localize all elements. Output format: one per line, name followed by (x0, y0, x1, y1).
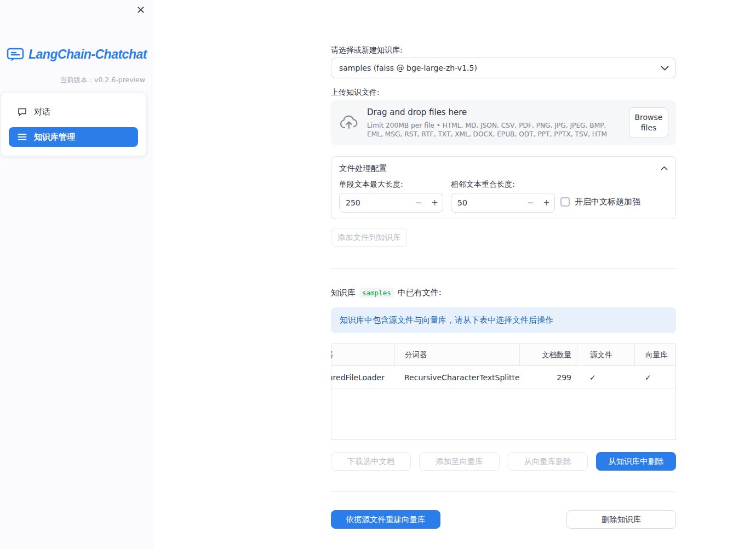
chunk-size-label: 单段文本最大长度: (339, 180, 403, 190)
app-logo: LangChain-Chatchat (7, 47, 147, 62)
delete-from-kb-button[interactable]: 从知识库中删除 (596, 452, 676, 471)
expander-header[interactable]: 文件处理配置 (331, 159, 675, 178)
existing-files-suffix: 中已有文件: (398, 288, 442, 298)
chunk-decrement-button[interactable]: − (411, 193, 427, 212)
zh-title-checkbox-label: 开启中文标题加强 (575, 197, 640, 207)
kb-bottom-actions: 依据源文件重建向量库 删除知识库 (331, 510, 676, 529)
cloud-upload-icon (340, 115, 358, 130)
sidebar: × LangChain-Chatchat 当前版本：v0.2.6-preview… (0, 0, 153, 549)
download-selected-button[interactable]: 下载选中文档 (331, 452, 411, 471)
main-content: 请选择或新建知识库: samples (faiss @ bge-large-zh… (331, 0, 676, 549)
delete-from-vector-store-button[interactable]: 从向量库删除 (508, 452, 588, 471)
col-header-vector-store[interactable]: 向量库 (634, 344, 676, 365)
sidebar-item-label: 知识库管理 (34, 132, 75, 142)
table-row[interactable]: UnstructuredFileLoader RecursiveCharacte… (331, 366, 676, 389)
chunk-size-value: 250 (340, 198, 411, 207)
overlap-size-label: 相邻文本重合长度: (451, 180, 515, 190)
logo-text: LangChain-Chatchat (28, 47, 147, 62)
rebuild-vector-store-button[interactable]: 依据源文件重建向量库 (331, 510, 440, 529)
overlap-decrement-button[interactable]: − (523, 193, 539, 212)
sidebar-nav: 对话 知识库管理 (1, 93, 146, 156)
existing-files-prefix: 知识库 (331, 288, 356, 298)
file-actions-row: 下载选中文档 添加至向量库 从向量库删除 从知识库中删除 (331, 452, 676, 471)
kb-files-table: 文档加载器 分词器 文档数量 源文件 向量库 UnstructuredFileL… (331, 344, 676, 440)
info-banner-text: 知识库中包含源文件与向量库，请从下表中选择文件后操作 (340, 315, 553, 325)
info-banner: 知识库中包含源文件与向量库，请从下表中选择文件后操作 (331, 307, 676, 333)
divider (331, 491, 676, 492)
upload-label: 上传知识文件: (331, 88, 676, 98)
chunk-increment-button[interactable]: + (427, 193, 443, 212)
delete-kb-button[interactable]: 删除知识库 (566, 510, 676, 529)
chevron-down-icon (661, 66, 669, 71)
kb-select-label: 请选择或新建知识库: (331, 45, 676, 55)
chunk-size-input[interactable]: 250 − + (339, 193, 443, 213)
logo-chat-icon (7, 48, 24, 62)
list-icon (18, 133, 27, 141)
overlap-increment-button[interactable]: + (539, 193, 554, 212)
file-dropzone[interactable]: Drag and drop files here Limit 200MB per… (331, 100, 676, 145)
version-label: 当前版本：v0.2.6-preview (60, 76, 146, 85)
sidebar-item-kb-management[interactable]: 知识库管理 (9, 127, 138, 147)
dropzone-texts: Drag and drop files here Limit 200MB per… (367, 107, 620, 139)
dropzone-title: Drag and drop files here (367, 107, 617, 117)
kb-select-value: samples (faiss @ bge-large-zh-v1.5) (339, 64, 477, 72)
chevron-up-icon (661, 166, 668, 170)
expander-title: 文件处理配置 (339, 163, 387, 174)
table-header-row: 文档加载器 分词器 文档数量 源文件 向量库 (331, 344, 676, 366)
sidebar-item-label: 对话 (34, 107, 50, 117)
kb-name-code: samples (359, 288, 394, 298)
divider (331, 268, 676, 269)
dropzone-limits: Limit 200MB per file • HTML, MD, JSON, C… (367, 121, 617, 139)
zh-title-checkbox[interactable]: 开启中文标题加强 (560, 197, 640, 207)
cell-loader: UnstructuredFileLoader (331, 366, 394, 388)
overlap-size-value: 50 (451, 198, 523, 207)
cell-source-file-check: ✓ (577, 366, 634, 388)
cell-vector-store-check: ✓ (634, 366, 676, 388)
overlap-size-input[interactable]: 50 − + (451, 193, 555, 213)
sidebar-close-icon[interactable]: × (135, 3, 147, 15)
file-config-expander: 文件处理配置 单段文本最大长度: 相邻文本重合长度: 250 − + 50 − … (331, 156, 676, 219)
col-header-splitter[interactable]: 分词器 (394, 344, 519, 365)
existing-files-heading: 知识库 samples 中已有文件: (331, 288, 676, 298)
kb-select-dropdown[interactable]: samples (faiss @ bge-large-zh-v1.5) (331, 58, 676, 78)
chat-bubble-icon (18, 107, 27, 116)
checkbox-icon (560, 197, 570, 207)
sidebar-item-dialogue[interactable]: 对话 (9, 102, 138, 122)
expander-body: 单段文本最大长度: 相邻文本重合长度: 250 − + 50 − + 开启中文标… (331, 178, 675, 219)
col-header-loader[interactable]: 文档加载器 (331, 344, 394, 365)
cell-doc-count: 299 (519, 366, 577, 388)
col-header-source-file[interactable]: 源文件 (577, 344, 634, 365)
cell-splitter: RecursiveCharacterTextSplitter (394, 366, 519, 388)
add-to-vector-store-button[interactable]: 添加至向量库 (419, 452, 499, 471)
browse-files-button[interactable]: Browse files (629, 107, 668, 138)
col-header-doc-count[interactable]: 文档数量 (519, 344, 577, 365)
add-files-to-kb-button[interactable]: 添加文件到知识库 (331, 228, 407, 247)
